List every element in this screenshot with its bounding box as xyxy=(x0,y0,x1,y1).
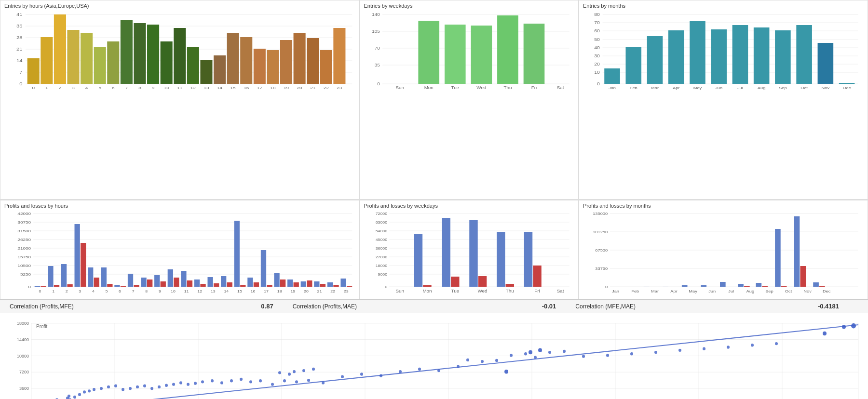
svg-rect-16 xyxy=(41,37,53,84)
correlation-header: Correlation (Profits,MFE) 0.87 Correlati… xyxy=(0,300,868,313)
svg-rect-110 xyxy=(690,21,705,84)
svg-text:Mar: Mar xyxy=(651,86,659,90)
svg-text:50: 50 xyxy=(594,37,600,42)
svg-point-429 xyxy=(534,356,537,359)
svg-point-434 xyxy=(582,355,585,358)
svg-rect-193 xyxy=(254,282,259,287)
entries-by-weekdays-chart: 140 105 70 35 0 Sun Mon Tue Wed Thu Fri … xyxy=(364,10,575,94)
svg-text:36000: 36000 xyxy=(375,246,387,251)
svg-text:Apr: Apr xyxy=(670,289,678,293)
svg-rect-122 xyxy=(818,43,834,84)
svg-text:70: 70 xyxy=(374,45,380,51)
svg-text:135000: 135000 xyxy=(593,212,608,216)
svg-rect-106 xyxy=(647,36,663,84)
svg-rect-180 xyxy=(194,279,200,287)
svg-rect-277 xyxy=(762,286,768,287)
svg-text:9: 9 xyxy=(159,290,162,293)
svg-point-417 xyxy=(341,375,344,378)
svg-text:4: 4 xyxy=(85,86,88,90)
entries-by-months-panel: Entries by months 80 70 60 50 40 30 20 1… xyxy=(579,0,868,200)
svg-text:15750: 15750 xyxy=(17,255,31,259)
svg-point-393 xyxy=(150,387,153,390)
svg-point-440 xyxy=(703,347,705,350)
svg-rect-178 xyxy=(187,280,192,287)
svg-rect-195 xyxy=(261,250,266,287)
svg-rect-174 xyxy=(168,269,173,287)
svg-point-383 xyxy=(83,390,86,393)
svg-point-436 xyxy=(504,370,508,373)
svg-rect-34 xyxy=(161,41,173,84)
bottom-section: Correlation (Profits,MFE) 0.87 Correlati… xyxy=(0,299,868,399)
svg-text:Fri: Fri xyxy=(534,288,540,293)
svg-rect-265 xyxy=(663,287,668,287)
svg-rect-145 xyxy=(41,286,46,287)
svg-rect-112 xyxy=(711,29,727,84)
svg-rect-38 xyxy=(187,47,199,84)
svg-text:7200: 7200 xyxy=(19,370,29,374)
svg-text:31500: 31500 xyxy=(17,229,31,233)
svg-text:23: 23 xyxy=(337,86,342,90)
svg-text:Oct: Oct xyxy=(800,86,808,90)
svg-text:19: 19 xyxy=(290,290,295,293)
svg-point-405 xyxy=(249,380,252,383)
svg-point-397 xyxy=(179,381,182,384)
svg-rect-169 xyxy=(147,279,152,287)
svg-point-441 xyxy=(727,346,730,348)
svg-rect-183 xyxy=(207,277,213,287)
svg-rect-28 xyxy=(121,20,133,84)
scatter-container: 18000 14400 10800 7200 3600 0 -3600 -720… xyxy=(0,313,868,399)
svg-point-431 xyxy=(563,350,566,353)
svg-rect-156 xyxy=(88,267,93,287)
svg-point-422 xyxy=(437,369,440,372)
svg-point-437 xyxy=(630,352,633,355)
svg-text:0: 0 xyxy=(377,81,380,86)
svg-rect-214 xyxy=(347,286,352,287)
svg-text:5: 5 xyxy=(106,290,108,293)
svg-rect-211 xyxy=(333,285,339,287)
svg-text:28: 28 xyxy=(16,35,23,40)
svg-point-421 xyxy=(418,368,421,371)
svg-text:15: 15 xyxy=(237,290,242,293)
svg-text:21: 21 xyxy=(310,86,315,90)
entries-by-weekdays-title: Entries by weekdays xyxy=(364,3,575,9)
corr-profits-mae-label: Correlation (Profits,MAE) xyxy=(293,303,357,310)
svg-rect-46 xyxy=(240,37,252,84)
svg-point-427 xyxy=(510,354,513,357)
svg-point-414 xyxy=(293,370,296,373)
svg-text:Sep: Sep xyxy=(779,86,787,90)
svg-text:3600: 3600 xyxy=(19,386,29,391)
svg-text:35: 35 xyxy=(16,24,23,28)
svg-rect-177 xyxy=(181,271,186,287)
svg-point-406 xyxy=(259,379,262,382)
svg-point-389 xyxy=(122,388,124,391)
svg-point-442 xyxy=(751,344,754,346)
svg-text:Sat: Sat xyxy=(556,288,564,293)
svg-text:30: 30 xyxy=(594,53,600,58)
svg-text:19: 19 xyxy=(284,86,289,90)
svg-point-407 xyxy=(271,383,274,386)
svg-text:14: 14 xyxy=(224,290,229,293)
svg-point-381 xyxy=(73,396,76,399)
svg-rect-22 xyxy=(81,33,93,84)
svg-rect-190 xyxy=(240,285,245,287)
svg-rect-81 xyxy=(523,24,544,84)
svg-text:41: 41 xyxy=(16,12,23,17)
svg-text:26250: 26250 xyxy=(17,238,31,242)
svg-rect-213 xyxy=(340,279,346,287)
svg-rect-163 xyxy=(121,286,126,287)
svg-text:18000: 18000 xyxy=(375,263,387,268)
svg-rect-40 xyxy=(200,60,212,84)
svg-text:20: 20 xyxy=(297,86,302,90)
svg-text:Feb: Feb xyxy=(631,289,639,293)
svg-text:Jan: Jan xyxy=(609,86,616,90)
svg-point-386 xyxy=(100,387,103,390)
svg-rect-235 xyxy=(414,234,422,287)
svg-point-432 xyxy=(529,350,532,354)
svg-rect-30 xyxy=(134,23,146,84)
svg-rect-236 xyxy=(423,285,431,287)
svg-rect-175 xyxy=(174,278,179,287)
svg-point-446 xyxy=(851,323,856,329)
corr-profits-mfe: Correlation (Profits,MFE) 0.87 xyxy=(10,303,293,310)
svg-point-425 xyxy=(481,360,484,363)
svg-rect-263 xyxy=(644,287,650,287)
